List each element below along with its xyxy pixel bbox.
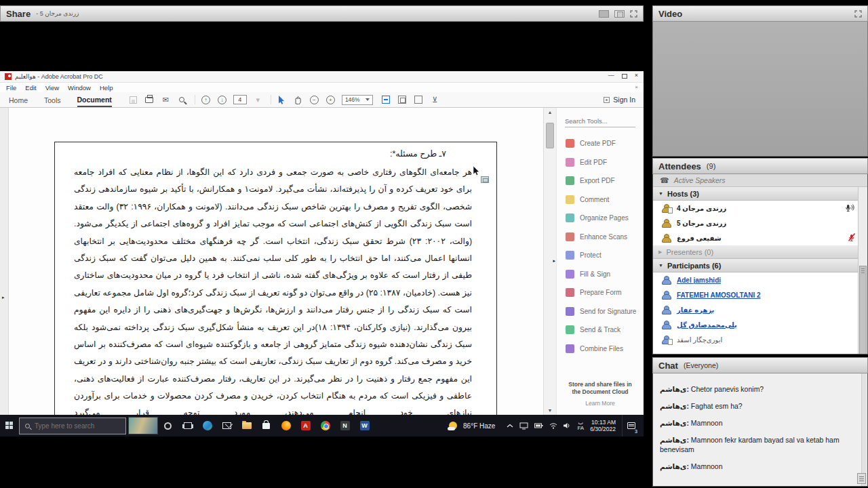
menu-edit[interactable]: Edit (25, 84, 36, 92)
fullscreen-icon[interactable] (854, 10, 862, 18)
attendee-row-host-1[interactable]: زرندی مرجان 4 (653, 201, 867, 216)
tools-panel-item[interactable]: Send & Track (557, 321, 644, 340)
close-button[interactable]: × (635, 72, 638, 79)
window-thumbnail[interactable] (128, 417, 158, 434)
task-view-icon[interactable] (178, 415, 197, 436)
acrobat-titlebar[interactable]: هوالعليم - Adobe Acrobat Pro DC — × (0, 71, 644, 83)
chat-scroll-button[interactable] (857, 473, 866, 484)
mail-icon[interactable] (217, 415, 237, 436)
phone-icon: ☎ (660, 176, 669, 185)
sign-in-button[interactable]: Sign In (604, 92, 635, 107)
zoom-out-icon[interactable]: − (309, 95, 319, 105)
participant-row[interactable]: یزهره غفار (653, 302, 867, 317)
volume-icon[interactable] (564, 422, 571, 429)
document-pane[interactable]: ۷ـ طرح مسئله*: هر جامعه‌ای الگوهای رفتار… (9, 108, 543, 415)
monitor-icon[interactable] (519, 422, 528, 430)
tools-panel-item[interactable]: Comment (557, 190, 644, 209)
hosts-section-header[interactable]: ▼ Hosts (3) (653, 187, 867, 201)
chat-scrollbar[interactable] (861, 373, 867, 486)
participant-row[interactable]: Adel jamshidi (653, 272, 867, 287)
network-icon[interactable] (549, 422, 557, 429)
tools-search-input[interactable] (565, 117, 635, 127)
scrollbar-thumb[interactable] (546, 123, 554, 148)
nav-expand-arrow-icon[interactable]: ▸ (2, 295, 5, 300)
cortana-icon[interactable] (158, 415, 178, 436)
scroll-down-icon[interactable]: ▼ (544, 408, 556, 413)
participant-row[interactable]: ایوری‌چگار اسقد (653, 332, 867, 347)
chat-message-area[interactable]: ی‌هاشم: Chetor panevis konim? ی‌هاشم: Fa… (652, 373, 868, 487)
minimize-button[interactable]: — (608, 72, 614, 79)
battery-icon[interactable] (534, 423, 543, 428)
tray-chevron-icon[interactable] (507, 424, 513, 428)
attendee-row-host-2[interactable]: زرندی مرجان 5 (653, 216, 867, 230)
page-scrollbar[interactable]: ▲ ▼ ▸ (543, 108, 557, 415)
nav-pane-strip[interactable]: ▸ (0, 108, 9, 415)
acrobat-taskbar-icon[interactable]: A (296, 415, 315, 436)
tools-panel-item[interactable]: Prepare Form (557, 283, 644, 302)
edge-icon[interactable] (197, 415, 217, 436)
menu-help[interactable]: Help (100, 84, 113, 92)
document-close-button[interactable]: × (635, 84, 638, 90)
toolbar-options-icon[interactable]: ⊻ (430, 95, 440, 105)
word-icon[interactable]: W (355, 415, 374, 436)
panel-collapse-arrow-icon[interactable]: ▸ (553, 258, 555, 264)
menu-view[interactable]: View (45, 84, 59, 92)
fit-width-icon[interactable] (381, 95, 391, 105)
page-down-icon[interactable]: ↓ (217, 95, 227, 105)
save-icon[interactable] (128, 95, 138, 105)
share-layout-icon[interactable] (614, 10, 625, 18)
fit-page-icon[interactable] (397, 95, 408, 105)
chrome-icon[interactable] (315, 415, 335, 436)
firefox-icon[interactable] (276, 415, 296, 436)
attendees-scrollbar[interactable] (858, 187, 867, 354)
weather-icon[interactable] (449, 422, 457, 430)
page-up-icon[interactable]: ↑ (201, 95, 211, 105)
learn-more-link[interactable]: Learn More (557, 400, 644, 407)
restore-button[interactable] (622, 74, 627, 79)
store-icon[interactable] (256, 415, 276, 436)
app-n-icon[interactable]: N (335, 415, 355, 436)
fullwidth-view-icon[interactable] (414, 95, 424, 105)
share-view-toggle-icon[interactable] (599, 10, 609, 18)
participants-section-header[interactable]: ▼ Participants (6) (653, 259, 867, 272)
tools-panel-item[interactable]: Edit PDF (557, 153, 644, 172)
tools-panel-item[interactable]: Create PDF (557, 134, 644, 153)
tool-icon (566, 307, 574, 316)
scroll-up-icon[interactable]: ▲ (544, 110, 556, 115)
hand-tool-icon[interactable] (293, 95, 303, 105)
email-icon[interactable]: ✉ (161, 95, 171, 105)
participant-row[interactable]: FATEMEH AMOSOLTANI 2 (653, 287, 867, 302)
tab-document[interactable]: Document (77, 93, 112, 107)
tools-panel-item[interactable]: Organize Pages (557, 209, 644, 228)
tools-panel-item[interactable]: Send for Signature (557, 302, 644, 321)
select-tool-icon[interactable] (277, 95, 287, 105)
attendee-row-host-3[interactable]: شفیعی فروغ (653, 230, 867, 245)
zoom-level-select[interactable]: 146% (342, 95, 373, 105)
page-number-input[interactable]: 4 (233, 95, 247, 104)
tab-home[interactable]: Home (9, 94, 28, 106)
fullscreen-icon[interactable] (630, 10, 637, 18)
tools-panel-item[interactable]: Protect (557, 246, 644, 265)
tab-tools[interactable]: Tools (44, 94, 61, 106)
print-icon[interactable] (144, 95, 155, 105)
notification-icon[interactable]: 3 (622, 415, 639, 436)
weather-label[interactable]: 86°F Haze (463, 422, 495, 430)
presenters-section-header[interactable]: ▶ Presenters (0) (653, 245, 867, 259)
tools-panel-item[interactable]: Enhance Scans (557, 228, 644, 247)
taskbar-search[interactable] (19, 418, 126, 434)
scrollbar-thumb[interactable] (859, 266, 867, 354)
tools-panel-item[interactable]: Export PDF (557, 171, 644, 190)
page-nav-icon[interactable]: ▾ (253, 95, 263, 105)
tools-panel-item[interactable]: Combine Files (557, 340, 644, 359)
participant-row[interactable]: یلی‌محمدصادق گل (653, 317, 867, 332)
tools-panel-item[interactable]: Fill & Sign (557, 265, 644, 284)
language-indicator[interactable]: ب FA (577, 420, 584, 431)
taskbar-search-input[interactable] (35, 422, 116, 430)
search-icon[interactable] (177, 95, 187, 105)
clock[interactable]: 10:13 AM 6/30/2022 (590, 419, 616, 432)
menu-window[interactable]: Window (68, 84, 91, 92)
start-button[interactable] (0, 415, 19, 436)
zoom-in-icon[interactable]: + (326, 95, 336, 105)
file-explorer-icon[interactable] (237, 415, 256, 436)
menu-file[interactable]: File (6, 84, 16, 92)
